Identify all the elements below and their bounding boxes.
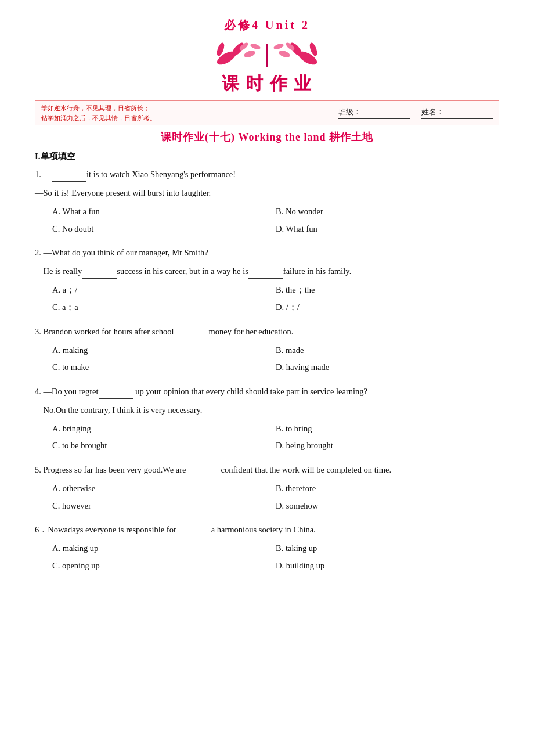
- motto-line1: 学如逆水行舟，不见其理，日省所长；: [41, 103, 338, 113]
- flower-decoration-area: 必修4 Unit 2 课 时 作 业: [35, 17, 499, 96]
- q2-optB: B. the；the: [276, 282, 499, 298]
- question-3: 3. Brandon worked for hours after school…: [35, 324, 499, 376]
- top-title: 必修4 Unit 2: [35, 17, 499, 33]
- svg-point-11: [273, 42, 284, 51]
- q4-optD: D. being brought: [276, 438, 499, 454]
- q6-optC: C. opening up: [52, 558, 276, 574]
- section1-title: I.单项填空: [35, 151, 499, 162]
- question-6: 6．Nowadays everyone is responsible fora …: [35, 522, 499, 574]
- q1-optA: A. What a fun: [52, 204, 276, 220]
- banner-text: 课 时 作 业: [222, 72, 313, 96]
- q4-text2: —No.On the contrary, I think it is very …: [35, 402, 499, 417]
- question-1: 1. —it is to watch Xiao Shenyang's perfo…: [35, 167, 499, 237]
- q3-optD: D. having made: [276, 359, 499, 376]
- q4-optA: A. bringing: [52, 421, 276, 437]
- info-bar: 学如逆水行舟，不见其理，日省所长； 钻学如涌力之后，不见其惰，日省所考。 班级：…: [35, 100, 499, 125]
- q5-blank: [186, 467, 221, 477]
- subtitle: 课时作业(十七) Working the land 耕作土地: [35, 130, 499, 144]
- q4-text1: 4. —Do you regret up your opinion that e…: [35, 384, 499, 399]
- motto-line2: 钻学如涌力之后，不见其惰，日省所考。: [41, 113, 338, 123]
- q6-optB: B. taking up: [276, 541, 499, 557]
- svg-point-9: [278, 49, 291, 59]
- q1-continuation: —So it is! Everyone present will burst i…: [35, 185, 499, 200]
- q2-text2: —He is reallysuccess in his career, but …: [35, 264, 499, 279]
- svg-point-3: [243, 49, 256, 59]
- q2-blank2: [248, 268, 283, 279]
- q1-options: A. What a fun B. No wonder C. No doubt D…: [35, 204, 499, 237]
- question-2: 2. —What do you think of our manager, Mr…: [35, 245, 499, 315]
- class-value: [363, 107, 410, 117]
- q3-optA: A. making: [52, 343, 276, 359]
- field-name: 姓名：: [421, 107, 493, 119]
- q3-optC: C. to make: [52, 359, 276, 376]
- q6-text: 6．Nowadays everyone is responsible fora …: [35, 522, 499, 537]
- q2-blank1: [82, 268, 117, 279]
- q6-options: A. making up B. taking up C. opening up …: [35, 541, 499, 574]
- banner-keshi: 课 时 作 业: [222, 72, 313, 96]
- info-fields: 班级： 姓名：: [338, 107, 493, 119]
- q5-optC: C. however: [52, 498, 276, 514]
- q5-optA: A. otherwise: [52, 481, 276, 497]
- q5-optD: D. somehow: [276, 498, 499, 514]
- svg-point-5: [250, 42, 261, 51]
- q6-optA: A. making up: [52, 541, 276, 557]
- name-label: 姓名：: [421, 107, 444, 117]
- q6-blank: [176, 527, 211, 537]
- q1-optC: C. No doubt: [52, 221, 276, 237]
- q1-optD: D. What fun: [276, 221, 499, 237]
- q4-options: A. bringing B. to bring C. to be brought…: [35, 421, 499, 454]
- questions-container: 1. —it is to watch Xiao Shenyang's perfo…: [35, 167, 499, 574]
- q5-options: A. otherwise B. therefore C. however D. …: [35, 481, 499, 514]
- q5-optB: B. therefore: [276, 481, 499, 497]
- q2-optC: C. a；a: [52, 300, 276, 316]
- q2-optD: D. /；/: [276, 300, 499, 316]
- q1-optB: B. No wonder: [276, 204, 499, 220]
- flower-svg: [209, 38, 325, 70]
- class-label: 班级：: [338, 107, 361, 117]
- q3-options: A. making B. made C. to make D. having m…: [35, 343, 499, 376]
- field-class: 班级：: [338, 107, 410, 119]
- q1-blank: [52, 171, 86, 182]
- q4-blank: [99, 388, 134, 399]
- q4-optC: C. to be brought: [52, 438, 276, 454]
- q6-optD: D. building up: [276, 558, 499, 574]
- q3-text: 3. Brandon worked for hours after school…: [35, 324, 499, 339]
- name-value: [446, 107, 493, 117]
- q3-blank: [174, 329, 209, 339]
- q3-optB: B. made: [276, 343, 499, 359]
- q1-text: 1. —it is to watch Xiao Shenyang's perfo…: [35, 167, 499, 182]
- q2-optA: A. a；/: [52, 282, 276, 298]
- q2-text1: 2. —What do you think of our manager, Mr…: [35, 245, 499, 260]
- motto-text: 学如逆水行舟，不见其理，日省所长； 钻学如涌力之后，不见其惰，日省所考。: [41, 103, 338, 123]
- q4-optB: B. to bring: [276, 421, 499, 437]
- q5-text: 5. Progress so far has been very good.We…: [35, 462, 499, 477]
- q2-options: A. a；/ B. the；the C. a；a D. /；/: [35, 282, 499, 315]
- question-5: 5. Progress so far has been very good.We…: [35, 462, 499, 514]
- question-4: 4. —Do you regret up your opinion that e…: [35, 384, 499, 454]
